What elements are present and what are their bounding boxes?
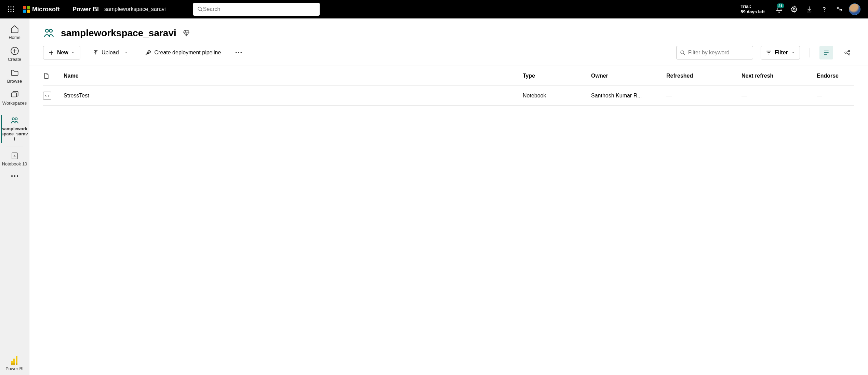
svg-point-31	[845, 52, 846, 53]
nav-notebook[interactable]: Notebook 10	[1, 149, 28, 170]
upload-button-label: Upload	[102, 50, 119, 56]
svg-point-0	[8, 6, 9, 7]
rail-separator	[6, 111, 23, 111]
workspace-people-icon	[43, 27, 55, 39]
global-search-input[interactable]	[203, 6, 316, 12]
nav-workspaces[interactable]: Workspaces	[1, 88, 28, 109]
svg-point-20	[11, 175, 12, 176]
code-icon	[44, 93, 50, 98]
plus-icon	[48, 50, 54, 56]
chevron-down-icon	[124, 51, 128, 55]
svg-point-7	[10, 11, 11, 12]
nav-current-workspace[interactable]: sampleworkspace_saravi	[1, 113, 28, 145]
svg-point-28	[241, 52, 242, 53]
notification-count-badge: 21	[776, 3, 785, 9]
premium-diamond-icon[interactable]	[183, 29, 190, 37]
app-launcher-button[interactable]	[3, 1, 19, 17]
create-pipeline-label: Create deployment pipeline	[155, 50, 221, 56]
search-icon	[680, 50, 685, 56]
column-header-endorse[interactable]: Endorse	[817, 73, 854, 79]
svg-point-24	[49, 29, 52, 32]
column-header-icon[interactable]	[43, 72, 64, 79]
row-next-refresh: —	[742, 93, 817, 99]
nav-workspaces-label: Workspaces	[2, 101, 27, 106]
svg-rect-16	[11, 93, 16, 97]
create-pipeline-button[interactable]: Create deployment pipeline	[140, 46, 226, 59]
filter-icon	[766, 50, 772, 56]
chevron-down-icon	[791, 51, 795, 55]
nav-browse-label: Browse	[7, 79, 22, 84]
nav-home[interactable]: Home	[1, 22, 28, 44]
filter-button[interactable]: Filter	[761, 46, 800, 59]
svg-point-2	[13, 6, 14, 7]
ellipsis-icon	[235, 52, 242, 54]
lineage-icon	[844, 49, 851, 56]
workspace-toolbar: New Upload Create deployment pipeline	[29, 44, 868, 66]
trial-label: Trial:	[740, 4, 765, 9]
ellipsis-icon	[11, 175, 18, 177]
column-header-refreshed[interactable]: Refreshed	[666, 73, 742, 79]
row-type-icon-cell	[43, 92, 64, 100]
rail-separator	[6, 147, 23, 147]
feedback-button[interactable]	[832, 2, 847, 17]
svg-point-3	[8, 9, 9, 10]
breadcrumb-workspace[interactable]: sampleworkspace_saravi	[104, 6, 166, 12]
global-search[interactable]	[193, 3, 320, 16]
column-header-owner[interactable]: Owner	[591, 73, 666, 79]
svg-line-30	[683, 53, 685, 55]
svg-point-1	[10, 6, 11, 7]
left-nav-rail: Home Create Browse Workspaces samplework…	[0, 18, 29, 375]
product-name[interactable]: Power BI	[72, 6, 99, 13]
microsoft-label: Microsoft	[32, 6, 60, 13]
waffle-icon	[8, 6, 14, 12]
microsoft-logo[interactable]: Microsoft	[23, 6, 60, 13]
column-header-name[interactable]: Name	[64, 73, 523, 79]
plus-circle-icon	[10, 46, 19, 55]
svg-point-27	[238, 52, 240, 53]
nav-browse[interactable]: Browse	[1, 66, 28, 88]
divider	[66, 4, 66, 14]
new-button-label: New	[57, 50, 68, 56]
toolbar-divider	[810, 48, 810, 57]
workspace-title: sampleworkspace_saravi	[61, 28, 176, 39]
help-button[interactable]	[817, 2, 832, 17]
nav-more[interactable]	[1, 170, 28, 180]
nav-home-label: Home	[9, 35, 21, 40]
column-header-next-refresh[interactable]: Next refresh	[742, 73, 817, 79]
nav-current-workspace-label: sampleworkspace_saravi	[1, 126, 28, 142]
chevron-down-icon	[71, 51, 75, 55]
svg-point-5	[13, 9, 14, 10]
nav-notebook-label: Notebook 10	[2, 162, 27, 167]
new-button[interactable]: New	[43, 46, 80, 59]
svg-point-4	[10, 9, 11, 10]
filter-keyword-input[interactable]	[688, 50, 749, 56]
svg-point-21	[14, 175, 15, 176]
notifications-button[interactable]: 21	[772, 2, 787, 17]
more-actions-button[interactable]	[233, 46, 244, 59]
user-avatar[interactable]	[849, 3, 860, 15]
row-name[interactable]: StressTest	[64, 93, 523, 99]
svg-point-25	[148, 52, 149, 53]
folder-icon	[10, 68, 19, 77]
upload-button[interactable]: Upload	[88, 46, 133, 59]
lineage-view-button[interactable]	[841, 46, 854, 59]
nav-power-bi-label: Power BI	[5, 366, 24, 372]
nav-create[interactable]: Create	[1, 44, 28, 66]
row-refreshed: —	[666, 93, 742, 99]
grid-header-row: Name Type Owner Refreshed Next refresh E…	[43, 66, 854, 86]
file-icon	[43, 72, 49, 79]
people-icon	[10, 116, 19, 125]
column-header-type[interactable]: Type	[523, 73, 591, 79]
list-view-button[interactable]	[819, 46, 833, 59]
rocket-icon	[145, 49, 152, 56]
trial-status[interactable]: Trial: 59 days left	[740, 4, 765, 15]
microsoft-logo-icon	[23, 6, 30, 13]
svg-point-6	[8, 11, 9, 12]
download-button[interactable]	[802, 2, 817, 17]
nav-create-label: Create	[8, 57, 21, 62]
gear-icon	[790, 5, 798, 13]
filter-keyword-box[interactable]	[676, 46, 753, 59]
grid-row[interactable]: StressTest Notebook Santhosh Kumar R... …	[43, 86, 854, 106]
nav-power-bi[interactable]: Power BI	[1, 353, 28, 375]
settings-button[interactable]	[787, 2, 802, 17]
